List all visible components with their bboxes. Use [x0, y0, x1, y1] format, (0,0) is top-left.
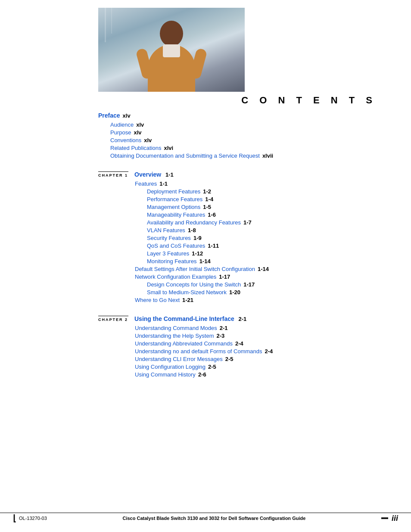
- list-item: Related Publications xlvi: [98, 145, 385, 151]
- preface-page: xlv: [123, 112, 131, 119]
- list-item: Conventions xlv: [98, 137, 385, 143]
- obtaining-documentation-page: xlvii: [262, 152, 273, 159]
- chapter-2-page: 2-1: [238, 316, 246, 322]
- list-item: Deployment Features 1-2: [98, 188, 385, 195]
- list-item: Network Configuration Examples 1-17: [98, 274, 385, 280]
- list-item: Understanding Command Modes 2-1: [98, 325, 385, 331]
- performance-features-link[interactable]: Performance Features: [147, 196, 202, 202]
- performance-features-page: 1-4: [205, 196, 213, 202]
- default-settings-link[interactable]: Default Settings After Initial Switch Co…: [135, 266, 255, 272]
- list-item: QoS and CoS Features 1-11: [98, 243, 385, 249]
- vlan-features-link[interactable]: VLAN Features: [147, 227, 185, 233]
- list-item: Understanding no and default Forms of Co…: [98, 348, 385, 355]
- qos-cos-features-link[interactable]: QoS and CoS Features: [147, 243, 205, 249]
- list-item: Monitoring Features 1-14: [98, 258, 385, 264]
- understanding-abbreviated-commands-link[interactable]: Understanding Abbreviated Commands: [135, 340, 233, 347]
- features-link[interactable]: Features: [135, 180, 157, 187]
- footer: ⌊ OL-13270-03 Cisco Catalyst Blade Switc…: [0, 513, 411, 523]
- monitoring-features-link[interactable]: Monitoring Features: [147, 258, 197, 264]
- list-item: Performance Features 1-4: [98, 196, 385, 202]
- features-page: 1-1: [159, 180, 168, 187]
- footer-bracket-icon: ⌊: [13, 513, 16, 523]
- layer3-features-page: 1-12: [192, 250, 203, 257]
- understanding-help-system-link[interactable]: Understanding the Help System: [135, 333, 214, 339]
- footer-page-number: iii: [392, 514, 398, 523]
- security-features-page: 1-9: [193, 235, 202, 241]
- list-item: Management Options 1-5: [98, 204, 385, 210]
- list-item: Design Concepts for Using the Switch 1-1…: [98, 281, 385, 288]
- preface-heading: Prefacexlv: [98, 112, 385, 119]
- footer-left: ⌊ OL-13270-03: [13, 513, 47, 523]
- conventions-page: xlv: [144, 137, 152, 143]
- where-to-go-next-link[interactable]: Where to Go Next: [135, 297, 180, 303]
- manageability-features-link[interactable]: Manageability Features: [147, 212, 205, 218]
- chapter-2-title-link[interactable]: Using the Command-Line Interface: [134, 315, 234, 322]
- list-item: Purpose xlv: [98, 129, 385, 136]
- network-config-examples-link[interactable]: Network Configuration Examples: [135, 274, 216, 280]
- footer-doc-number: OL-13270-03: [19, 516, 47, 521]
- understanding-no-default-link[interactable]: Understanding no and default Forms of Co…: [135, 348, 262, 355]
- deployment-features-page: 1-2: [203, 188, 211, 195]
- understanding-cli-error-link[interactable]: Understanding CLI Error Messages: [135, 356, 223, 362]
- layer3-features-link[interactable]: Layer 3 Features: [147, 250, 189, 257]
- list-item: Where to Go Next 1-21: [98, 297, 385, 303]
- list-item: Availability and Redundancy Features 1-7: [98, 219, 385, 226]
- chapter-1-row: CHAPTER 1 Overview 1-1: [98, 171, 385, 178]
- chapter-1-section: CHAPTER 1 Overview 1-1 Features 1-1 Depl…: [98, 171, 385, 303]
- using-configuration-logging-page: 2-5: [208, 364, 216, 370]
- main-content: Prefacexlv Audience xlv Purpose xlv Conv…: [98, 112, 385, 390]
- design-concepts-link[interactable]: Design Concepts for Using the Switch: [147, 281, 241, 288]
- understanding-command-modes-page: 2-1: [220, 325, 228, 331]
- contents-title: C O N T E N T S: [241, 95, 377, 106]
- list-item: Using Configuration Logging 2-5: [98, 364, 385, 370]
- availability-redundancy-page: 1-7: [243, 219, 252, 226]
- chapter-1-label: CHAPTER 1: [98, 171, 128, 177]
- understanding-command-modes-link[interactable]: Understanding Command Modes: [135, 325, 217, 331]
- small-medium-network-link[interactable]: Small to Medium-Sized Network: [147, 289, 227, 296]
- related-publications-page: xlvi: [164, 145, 174, 151]
- chapter-1-title-link[interactable]: Overview: [134, 171, 161, 178]
- conventions-link[interactable]: Conventions: [110, 137, 141, 143]
- management-options-link[interactable]: Management Options: [147, 204, 200, 210]
- page: C O N T E N T S Prefacexlv Audience xlv …: [0, 0, 411, 532]
- understanding-cli-error-page: 2-5: [225, 356, 234, 362]
- audience-page: xlv: [136, 121, 144, 128]
- chapter-2-section: CHAPTER 2 Using the Command-Line Interfa…: [98, 315, 385, 378]
- list-item: VLAN Features 1-8: [98, 227, 385, 233]
- list-item: Default Settings After Initial Switch Co…: [98, 266, 385, 272]
- network-config-examples-page: 1-17: [219, 274, 230, 280]
- deployment-features-link[interactable]: Deployment Features: [147, 188, 200, 195]
- management-options-page: 1-5: [203, 204, 211, 210]
- list-item: Security Features 1-9: [98, 235, 385, 241]
- understanding-no-default-page: 2-4: [265, 348, 273, 355]
- list-item: Understanding Abbreviated Commands 2-4: [98, 340, 385, 347]
- availability-redundancy-link[interactable]: Availability and Redundancy Features: [147, 219, 241, 226]
- design-concepts-page: 1-17: [243, 281, 255, 288]
- obtaining-documentation-link[interactable]: Obtaining Documentation and Submitting a…: [110, 152, 260, 159]
- audience-link[interactable]: Audience: [110, 121, 134, 128]
- qos-cos-features-page: 1-11: [208, 243, 219, 249]
- purpose-page: xlv: [134, 129, 141, 136]
- footer-right: iii: [381, 514, 398, 523]
- understanding-help-system-page: 2-3: [217, 333, 225, 339]
- list-item: Using Command History 2-6: [98, 371, 385, 378]
- list-item: Understanding the Help System 2-3: [98, 333, 385, 339]
- small-medium-network-page: 1-20: [229, 289, 240, 296]
- related-publications-link[interactable]: Related Publications: [110, 145, 162, 151]
- footer-title: Cisco Catalyst Blade Switch 3130 and 303…: [47, 516, 381, 521]
- list-item: Small to Medium-Sized Network 1-20: [98, 289, 385, 296]
- header-image: [98, 8, 245, 92]
- purpose-link[interactable]: Purpose: [110, 129, 131, 136]
- security-features-link[interactable]: Security Features: [147, 235, 191, 241]
- using-command-history-link[interactable]: Using Command History: [135, 371, 196, 378]
- list-item: Manageability Features 1-6: [98, 212, 385, 218]
- manageability-features-page: 1-6: [208, 212, 216, 218]
- default-settings-page: 1-14: [258, 266, 269, 272]
- list-item: Audience xlv: [98, 121, 385, 128]
- preface-link[interactable]: Preface: [98, 112, 120, 119]
- where-to-go-next-page: 1-21: [182, 297, 193, 303]
- using-configuration-logging-link[interactable]: Using Configuration Logging: [135, 364, 206, 370]
- list-item: Understanding CLI Error Messages 2-5: [98, 356, 385, 362]
- footer-page-box: [381, 517, 388, 519]
- understanding-abbreviated-commands-page: 2-4: [235, 340, 243, 347]
